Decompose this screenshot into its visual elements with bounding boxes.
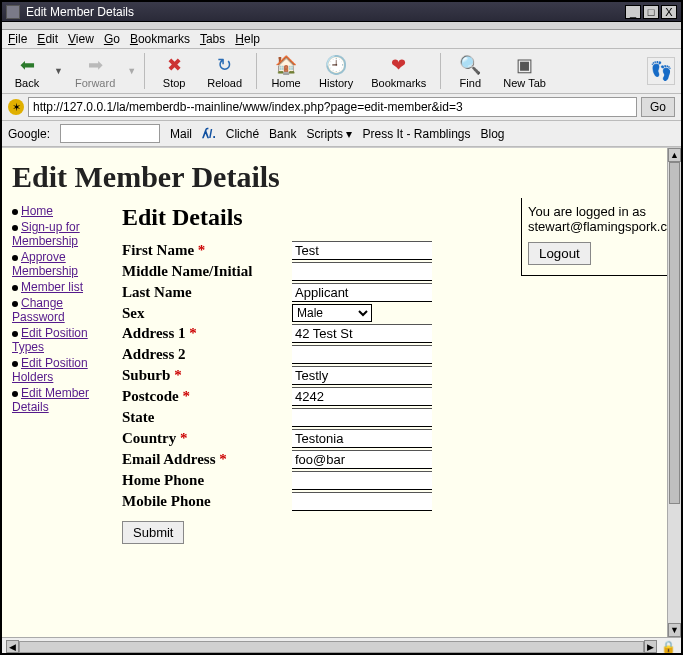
- history-label: History: [319, 77, 353, 89]
- stop-button[interactable]: ✖ Stop: [153, 51, 195, 91]
- address2-input[interactable]: [292, 345, 432, 364]
- nav-signup[interactable]: Sign-up for Membership: [12, 220, 80, 248]
- sex-select[interactable]: Male: [292, 304, 372, 322]
- bookmark-scripts[interactable]: Scripts ▾: [306, 127, 352, 141]
- back-button[interactable]: ⬅ Back: [6, 51, 48, 91]
- label-last-name: Last Name: [122, 284, 292, 301]
- mobile-phone-input[interactable]: [292, 492, 432, 511]
- find-icon: 🔍: [458, 53, 482, 77]
- menubar: File Edit View Go Bookmarks Tabs Help: [2, 30, 681, 49]
- toolbar: ⬅ Back ▼ ➡ Forward ▼ ✖ Stop ↻ Reload 🏠 H…: [2, 49, 681, 94]
- last-name-input[interactable]: [292, 283, 432, 302]
- maximize-button[interactable]: □: [643, 5, 659, 19]
- nav-positionholders[interactable]: Edit Position Holders: [12, 356, 88, 384]
- site-icon: ✶: [8, 99, 24, 115]
- middle-input[interactable]: [292, 262, 432, 281]
- nav-positiontypes[interactable]: Edit Position Types: [12, 326, 88, 354]
- submit-button[interactable]: Submit: [122, 521, 184, 544]
- menu-help[interactable]: Help: [235, 32, 260, 46]
- script-icon: ʎ/.: [202, 127, 216, 141]
- newtab-label: New Tab: [503, 77, 546, 89]
- first-name-input[interactable]: [292, 241, 432, 260]
- home-label: Home: [271, 77, 300, 89]
- content-viewport: Edit Member Details You are logged in as…: [2, 147, 681, 637]
- newtab-button[interactable]: ▣ New Tab: [497, 51, 552, 91]
- label-address2: Address 2: [122, 346, 292, 363]
- stop-icon: ✖: [162, 53, 186, 77]
- google-label: Google:: [8, 127, 50, 141]
- bookmark-pressit[interactable]: Press It - Ramblings: [362, 127, 470, 141]
- address1-input[interactable]: [292, 324, 432, 343]
- scroll-up-icon[interactable]: ▲: [668, 148, 681, 162]
- nav-home[interactable]: Home: [21, 204, 53, 218]
- bookmarks-icon: ❤: [387, 53, 411, 77]
- page-title: Edit Member Details: [12, 160, 671, 194]
- history-icon: 🕘: [324, 53, 348, 77]
- suburb-input[interactable]: [292, 366, 432, 385]
- home-button[interactable]: 🏠 Home: [265, 51, 307, 91]
- minimize-button[interactable]: _: [625, 5, 641, 19]
- bookmarks-button[interactable]: ❤ Bookmarks: [365, 51, 432, 91]
- home-phone-input[interactable]: [292, 471, 432, 490]
- lock-icon: 🔒: [659, 640, 677, 654]
- scroll-down-icon[interactable]: ▼: [668, 623, 681, 637]
- home-icon: 🏠: [274, 53, 298, 77]
- label-email: Email Address *: [122, 451, 292, 468]
- forward-dropdown-icon[interactable]: ▼: [127, 66, 136, 76]
- horizontal-scrollbar[interactable]: [19, 641, 644, 653]
- nav-memberlist[interactable]: Member list: [21, 280, 83, 294]
- newtab-icon: ▣: [513, 53, 537, 77]
- postcode-input[interactable]: [292, 387, 432, 406]
- bookmark-mail[interactable]: Mail: [170, 127, 192, 141]
- sidebar-nav: Home Sign-up for Membership Approve Memb…: [12, 204, 112, 416]
- title-ridge: [2, 22, 681, 30]
- nav-changepw[interactable]: Change Password: [12, 296, 65, 324]
- email-input[interactable]: [292, 450, 432, 469]
- bookmark-bank[interactable]: Bank: [269, 127, 296, 141]
- app-icon: [6, 5, 20, 19]
- page-body: Edit Member Details You are logged in as…: [2, 148, 681, 637]
- google-search-input[interactable]: [60, 124, 160, 143]
- login-user: stewart@flamingspork.c: [528, 219, 677, 234]
- bookmark-blog[interactable]: Blog: [480, 127, 504, 141]
- label-first-name: First Name *: [122, 242, 292, 259]
- back-dropdown-icon[interactable]: ▼: [54, 66, 63, 76]
- nav-editmember[interactable]: Edit Member Details: [12, 386, 89, 414]
- close-button[interactable]: X: [661, 5, 677, 19]
- menu-tabs[interactable]: Tabs: [200, 32, 225, 46]
- hscroll-left-icon[interactable]: ◀: [6, 640, 19, 653]
- menu-view[interactable]: View: [68, 32, 94, 46]
- history-button[interactable]: 🕘 History: [313, 51, 359, 91]
- reload-button[interactable]: ↻ Reload: [201, 51, 248, 91]
- forward-icon: ➡: [83, 53, 107, 77]
- label-sex: Sex: [122, 305, 292, 322]
- vertical-scrollbar[interactable]: ▲ ▼: [667, 148, 681, 637]
- label-suburb: Suburb *: [122, 367, 292, 384]
- menu-bookmarks[interactable]: Bookmarks: [130, 32, 190, 46]
- go-button[interactable]: Go: [641, 97, 675, 117]
- menu-go[interactable]: Go: [104, 32, 120, 46]
- bookmarks-label: Bookmarks: [371, 77, 426, 89]
- throbber-icon: 👣: [647, 57, 675, 85]
- stop-label: Stop: [163, 77, 186, 89]
- find-button[interactable]: 🔍 Find: [449, 51, 491, 91]
- state-input[interactable]: [292, 408, 432, 427]
- scroll-thumb[interactable]: [669, 162, 680, 504]
- reload-label: Reload: [207, 77, 242, 89]
- label-country: Country *: [122, 430, 292, 447]
- forward-button[interactable]: ➡ Forward: [69, 51, 121, 91]
- menu-file[interactable]: File: [8, 32, 27, 46]
- toolbar-separator: [440, 53, 441, 89]
- url-input[interactable]: [28, 97, 637, 117]
- country-input[interactable]: [292, 429, 432, 448]
- logout-button[interactable]: Logout: [528, 242, 591, 265]
- back-label: Back: [15, 77, 39, 89]
- menu-edit[interactable]: Edit: [37, 32, 58, 46]
- toolbar-separator: [144, 53, 145, 89]
- nav-approve[interactable]: Approve Membership: [12, 250, 78, 278]
- window-title: Edit Member Details: [26, 5, 623, 19]
- hscroll-right-icon[interactable]: ▶: [644, 640, 657, 653]
- toolbar-separator: [256, 53, 257, 89]
- label-mobile-phone: Mobile Phone: [122, 493, 292, 510]
- bookmark-cliche[interactable]: Cliché: [226, 127, 259, 141]
